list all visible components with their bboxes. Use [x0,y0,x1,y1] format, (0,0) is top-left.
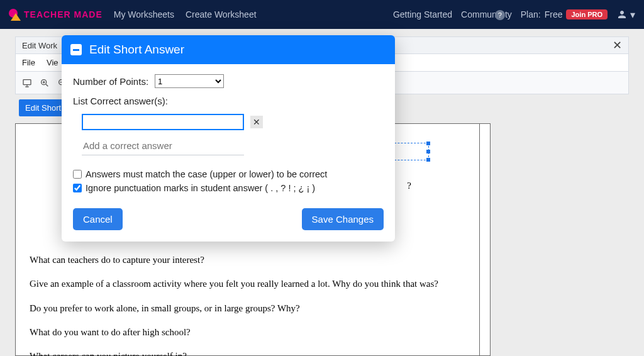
doc-text-fragment: ? [407,179,411,192]
svg-rect-0 [23,79,31,84]
collapse-icon[interactable] [70,44,82,55]
join-pro-button[interactable]: Join PRO [566,9,608,19]
add-answer-input[interactable] [82,136,244,155]
close-worksheet-button[interactable]: ✕ [613,38,622,52]
nav-create-worksheet[interactable]: Create Worksheet [186,9,257,19]
correct-answer-input[interactable] [82,114,244,130]
present-icon[interactable] [22,78,32,88]
plan-indicator: Plan: Free Join PRO [521,9,608,19]
doc-line: What can teachers do to capture your int… [30,253,465,266]
doc-line: What do you want to do after high school… [30,326,465,338]
save-changes-button[interactable]: Save Changes [302,208,384,230]
points-select[interactable]: 1 [155,74,224,88]
brand-name: TEACHER MADE [24,9,103,19]
ignore-punct-row[interactable]: Ignore punctuation marks in student answ… [73,183,384,193]
modal-header: Edit Short Answer [62,35,395,64]
doc-line: Do you prefer to work alone, in small gr… [30,302,465,314]
brand-mark-icon [9,9,20,20]
menu-file[interactable]: File [22,58,35,67]
zoom-in-icon[interactable] [40,78,50,88]
points-label: Number of Points: [73,76,148,87]
modal-title: Edit Short Answer [89,43,184,57]
chevron-down-icon: ▾ [630,9,635,21]
list-answers-label: List Correct answer(s): [73,96,384,106]
nav-community[interactable]: Commun?ty [461,9,512,20]
user-menu[interactable]: ▾ [616,9,635,21]
worksheet-title: Edit Work [22,41,57,50]
brand-logo: TEACHER MADE [9,9,103,20]
help-icon: ? [495,10,505,20]
nav-my-worksheets[interactable]: My Worksheets [114,9,174,19]
remove-answer-button[interactable]: ✕ [250,116,263,128]
match-case-label: Answers must match the case (upper or lo… [86,169,327,179]
user-icon [616,9,628,20]
ignore-punct-checkbox[interactable] [73,184,82,192]
doc-line: Give an example of a classroom activity … [30,277,465,290]
cancel-button[interactable]: Cancel [73,208,123,230]
match-case-checkbox[interactable] [73,170,82,179]
top-navbar: TEACHER MADE My Worksheets Create Worksh… [0,0,644,29]
doc-line: What careers can you picture yourself in… [30,350,465,356]
edit-short-button[interactable]: Edit Short [19,99,67,116]
nav-getting-started[interactable]: Getting Started [393,9,452,19]
match-case-row[interactable]: Answers must match the case (upper or lo… [73,169,384,179]
selection-box[interactable] [391,143,429,160]
ignore-punct-label: Ignore punctuation marks in student answ… [86,183,315,193]
menu-view[interactable]: Vie [47,58,58,67]
edit-short-answer-modal: Edit Short Answer Number of Points: 1 Li… [62,35,395,242]
